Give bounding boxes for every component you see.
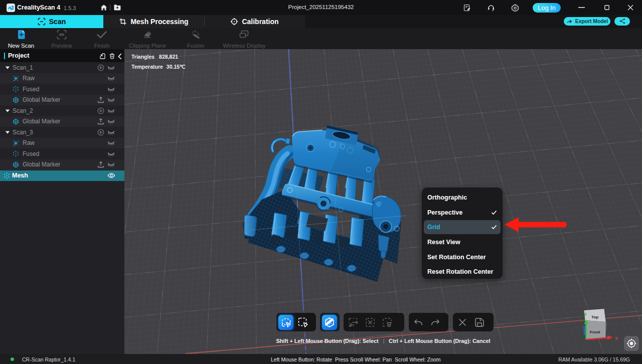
svg-text:Top: Top — [591, 315, 598, 319]
svg-text:Front: Front — [590, 330, 600, 334]
svg-text:x: x — [615, 335, 618, 341]
